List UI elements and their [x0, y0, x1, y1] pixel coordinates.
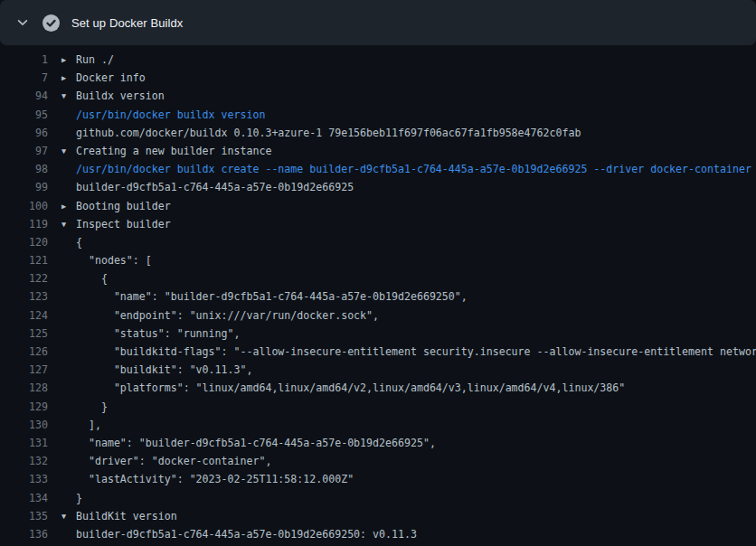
log-line-number[interactable]: 96 — [0, 124, 48, 142]
log-line: 126 "buildkitd-flags": "--allow-insecure… — [0, 343, 756, 361]
log-line-text: "buildkitd-flags": "--allow-insecure-ent… — [76, 343, 756, 361]
log-line: 121 "nodes": [ — [0, 251, 756, 269]
log-line: 96 github.com/docker/buildx 0.10.3+azure… — [0, 124, 756, 142]
group-toggle-icon — [61, 178, 76, 196]
log-line-text: builder-d9cfb5a1-c764-445a-a57e-0b19d2e6… — [76, 525, 756, 543]
log-line: 136 builder-d9cfb5a1-c764-445a-a57e-0b19… — [0, 525, 756, 543]
log-line: 97 ▼ Creating a new builder instance — [0, 142, 756, 160]
group-toggle-icon[interactable]: ▶ — [61, 197, 76, 215]
log-line-text: Inspect builder — [76, 215, 756, 233]
log-line-number[interactable]: 130 — [0, 416, 48, 434]
log-line-text: } — [76, 398, 756, 416]
log-line-number[interactable]: 97 — [0, 142, 48, 160]
log-line-number[interactable]: 125 — [0, 325, 48, 343]
log-line-number[interactable]: 99 — [0, 178, 48, 196]
log-line: 7 ▶ Docker info — [0, 69, 756, 87]
log-line: 128 "platforms": "linux/amd64,linux/amd6… — [0, 379, 756, 397]
log-line-text: "nodes": [ — [76, 251, 756, 269]
log-line-number[interactable]: 120 — [0, 233, 48, 251]
group-toggle-icon[interactable]: ▼ — [61, 507, 76, 525]
log-line-number[interactable]: 126 — [0, 343, 48, 361]
log-line-text: Creating a new builder instance — [76, 142, 756, 160]
log-line: 95 /usr/bin/docker buildx version — [0, 106, 756, 124]
log-line-text: Booting builder — [76, 197, 756, 215]
group-toggle-icon — [61, 233, 76, 251]
group-toggle-icon — [61, 343, 76, 361]
group-toggle-icon[interactable]: ▼ — [61, 142, 76, 160]
group-toggle-icon — [61, 251, 76, 269]
log-line-text: { — [76, 233, 756, 251]
log-view: 1 ▶ Run ./ 7 ▶ Docker info 94 ▼ Buildx v… — [0, 45, 756, 543]
group-toggle-icon — [61, 325, 76, 343]
log-line: 94 ▼ Buildx version — [0, 87, 756, 105]
log-line-text: "platforms": "linux/amd64,linux/amd64/v2… — [76, 379, 756, 397]
group-toggle-icon — [61, 434, 76, 452]
log-line: 134 } — [0, 489, 756, 507]
group-toggle-icon[interactable]: ▶ — [61, 69, 76, 87]
log-line-text: Buildx version — [76, 87, 756, 105]
log-line-number[interactable]: 136 — [0, 525, 48, 543]
group-toggle-icon — [61, 160, 76, 178]
log-line-number[interactable]: 98 — [0, 160, 48, 178]
group-toggle-icon[interactable]: ▼ — [61, 87, 76, 105]
log-line: 100 ▶ Booting builder — [0, 197, 756, 215]
log-line-number[interactable]: 119 — [0, 215, 48, 233]
log-line-text: ], — [76, 416, 756, 434]
log-line: 129 } — [0, 398, 756, 416]
group-toggle-icon[interactable]: ▼ — [61, 215, 76, 233]
log-line-number[interactable]: 100 — [0, 197, 48, 215]
log-line-number[interactable]: 123 — [0, 287, 48, 306]
log-line-number[interactable]: 94 — [0, 87, 48, 105]
group-toggle-icon — [61, 416, 76, 434]
log-line-number[interactable]: 121 — [0, 251, 48, 269]
group-toggle-icon — [61, 525, 76, 543]
log-line-text: "driver": "docker-container", — [76, 452, 756, 470]
log-line-number[interactable]: 129 — [0, 398, 48, 416]
log-line: 120 { — [0, 233, 756, 251]
log-line-number[interactable]: 133 — [0, 470, 48, 488]
log-line: 133 "lastActivity": "2023-02-25T11:58:12… — [0, 470, 756, 488]
log-line-number[interactable]: 131 — [0, 434, 48, 452]
check-circle-icon — [42, 14, 60, 32]
step-title: Set up Docker Buildx — [71, 16, 183, 30]
group-toggle-icon — [61, 269, 76, 287]
group-toggle-icon[interactable]: ▶ — [61, 51, 76, 69]
log-line-text: /usr/bin/docker buildx create --name bui… — [76, 160, 756, 178]
log-line-text: { — [76, 269, 756, 287]
group-toggle-icon — [61, 489, 76, 507]
log-line-text: "endpoint": "unix:///var/run/docker.sock… — [76, 306, 756, 325]
log-line-number[interactable]: 135 — [0, 507, 48, 525]
log-line-text: Run ./ — [76, 51, 756, 69]
log-line: 131 "name": "builder-d9cfb5a1-c764-445a-… — [0, 434, 756, 452]
group-toggle-icon — [61, 452, 76, 470]
log-line-number[interactable]: 128 — [0, 379, 48, 397]
log-line-text: builder-d9cfb5a1-c764-445a-a57e-0b19d2e6… — [76, 178, 756, 196]
log-line-number[interactable]: 7 — [0, 69, 48, 87]
log-line: 99 builder-d9cfb5a1-c764-445a-a57e-0b19d… — [0, 178, 756, 196]
log-line-text: "status": "running", — [76, 325, 756, 343]
log-line: 125 "status": "running", — [0, 325, 756, 343]
log-line: 119 ▼ Inspect builder — [0, 215, 756, 233]
log-line-number[interactable]: 132 — [0, 452, 48, 470]
log-line-number[interactable]: 122 — [0, 269, 48, 287]
log-line-number[interactable]: 134 — [0, 489, 48, 507]
log-line: 123 "name": "builder-d9cfb5a1-c764-445a-… — [0, 287, 756, 306]
log-line-number[interactable]: 124 — [0, 306, 48, 325]
log-line-text: "name": "builder-d9cfb5a1-c764-445a-a57e… — [76, 434, 756, 452]
log-line-number[interactable]: 1 — [0, 51, 48, 69]
log-line: 135 ▼ BuildKit version — [0, 507, 756, 525]
log-line-number[interactable]: 127 — [0, 361, 48, 379]
log-line: 98 /usr/bin/docker buildx create --name … — [0, 160, 756, 178]
log-line-text: BuildKit version — [76, 507, 756, 525]
log-line-text: github.com/docker/buildx 0.10.3+azure-1 … — [76, 124, 756, 142]
chevron-down-icon[interactable] — [15, 15, 30, 30]
log-line: 1 ▶ Run ./ — [0, 51, 756, 69]
log-line-text: "name": "builder-d9cfb5a1-c764-445a-a57e… — [76, 287, 756, 306]
group-toggle-icon — [61, 306, 76, 325]
step-header[interactable]: Set up Docker Buildx — [0, 0, 756, 45]
log-line-text: } — [76, 489, 756, 507]
log-line-number[interactable]: 95 — [0, 106, 48, 124]
group-toggle-icon — [61, 124, 76, 142]
group-toggle-icon — [61, 361, 76, 379]
group-toggle-icon — [61, 106, 76, 124]
